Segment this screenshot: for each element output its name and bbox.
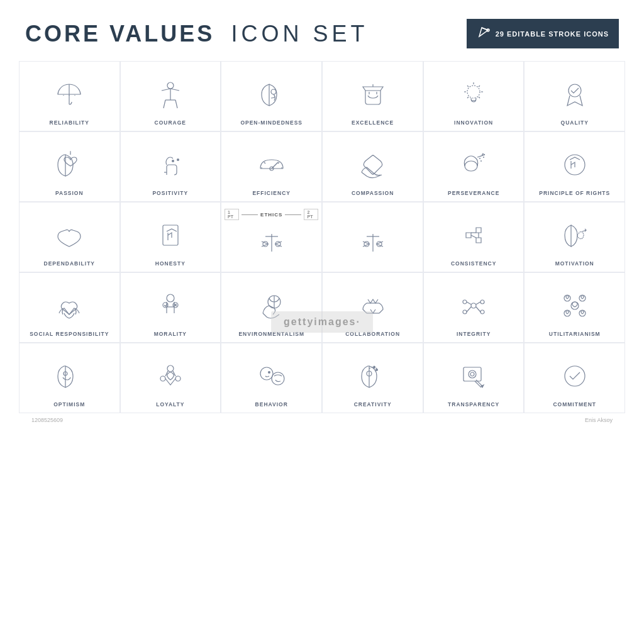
svg-line-25 — [264, 162, 265, 164]
courage-icon — [150, 74, 191, 114]
perseverance-label: PERSEVERANCE — [448, 190, 499, 196]
title-light: ICON SET — [231, 21, 368, 47]
icon-integrity: INTEGRITY — [423, 272, 525, 343]
open-mindedness-label: OPEN-MINDEDNESS — [240, 119, 303, 126]
collaboration-label: COLLABORATION — [345, 331, 400, 337]
optimism-label: OPTIMISM — [53, 401, 85, 408]
icon-open-mindedness: OPEN-MINDEDNESS — [221, 61, 322, 131]
transparency-label: TRANSPARENCY — [448, 401, 499, 408]
honesty-icon — [150, 215, 191, 255]
icon-commitment: COMMITMENT — [524, 343, 625, 413]
efficiency-icon — [252, 145, 292, 185]
environmentalism-icon — [252, 286, 292, 326]
svg-point-71 — [268, 371, 270, 374]
icon-courage: COURAGE — [120, 61, 221, 131]
photographer: Enis Aksoy — [585, 417, 613, 423]
principle-of-rights-icon — [555, 145, 595, 185]
icon-innovation: INNOVATION — [423, 61, 525, 131]
svg-line-19 — [467, 97, 469, 98]
page-title: CORE VALUES ICON SET — [25, 21, 368, 47]
icon-transparency: TRANSPARENCY — [423, 343, 525, 413]
consistency-label: CONSISTENCY — [451, 260, 496, 267]
reliability-label: RELIABILITY — [50, 119, 89, 126]
reliability-icon — [49, 74, 89, 114]
icon-consistency: CONSISTENCY — [423, 202, 525, 272]
svg-point-45 — [167, 294, 174, 302]
icon-positivity: POSITIVITY — [120, 131, 221, 202]
optimism-icon — [49, 356, 89, 396]
icon-ethics-thin: 1 PT ETHICS 2 PT — [221, 202, 322, 272]
creativity-icon — [353, 356, 393, 396]
svg-point-32 — [480, 160, 482, 162]
svg-line-57 — [467, 302, 471, 304]
excellence-label: EXCELLENCE — [352, 119, 394, 126]
dependability-icon — [49, 215, 89, 255]
svg-point-8 — [271, 89, 276, 94]
svg-point-29 — [465, 161, 477, 171]
svg-point-70 — [260, 367, 273, 380]
commitment-label: COMMITMENT — [553, 401, 596, 408]
loyalty-icon — [150, 356, 191, 396]
svg-point-56 — [480, 310, 484, 314]
ethics-thick-icon — [353, 221, 393, 262]
passion-label: PASSION — [55, 190, 84, 196]
transparency-icon — [453, 356, 494, 396]
morality-label: MORALITY — [154, 331, 187, 337]
icon-excellence: EXCELLENCE — [322, 61, 423, 131]
icon-collaboration: COLLABORATION — [322, 272, 423, 343]
svg-rect-36 — [163, 225, 178, 245]
stock-id: 1208525609 — [31, 417, 63, 423]
svg-point-72 — [272, 372, 284, 385]
icon-creativity: CREATIVITY — [322, 343, 423, 413]
badge: 29 EDITABLE STROKE ICONS — [467, 19, 619, 48]
svg-point-67 — [167, 365, 174, 372]
svg-point-68 — [160, 376, 165, 381]
consistency-icon — [453, 215, 494, 255]
icon-social-responsibility: SOCIAL RESPONSIBILITY — [19, 272, 120, 343]
icon-efficiency: EFFICIENCY — [221, 131, 322, 202]
quality-label: QUALITY — [561, 119, 589, 126]
dependability-label: DEPENDABILITY — [44, 260, 95, 267]
efficiency-label: EFFICIENCY — [252, 190, 291, 196]
svg-point-69 — [175, 376, 180, 381]
utilitarianism-label: UTILITARIANISM — [549, 331, 601, 337]
social-responsibility-label: SOCIAL RESPONSIBILITY — [30, 331, 109, 337]
title-bold: CORE VALUES — [25, 21, 214, 47]
icon-perseverance: PERSEVERANCE — [423, 131, 525, 202]
pen-icon — [477, 25, 491, 42]
honesty-label: HONESTY — [155, 260, 186, 267]
icon-behavior: BEHAVIOR — [221, 343, 322, 413]
integrity-label: INTEGRITY — [457, 331, 491, 337]
commitment-icon — [555, 356, 595, 396]
svg-point-80 — [470, 372, 474, 376]
svg-line-16 — [479, 86, 480, 87]
two-pt-badge: 2 PT — [304, 209, 318, 220]
svg-point-34 — [483, 157, 484, 158]
icon-morality: MORALITY — [120, 272, 221, 343]
compassion-icon — [353, 145, 393, 185]
svg-line-58 — [476, 302, 480, 304]
header: CORE VALUES ICON SET 29 EDITABLE STROKE … — [13, 13, 631, 55]
excellence-icon — [353, 74, 393, 114]
behavior-icon — [252, 356, 292, 396]
innovation-label: INNOVATION — [454, 119, 493, 126]
behavior-label: BEHAVIOR — [255, 401, 288, 408]
icon-compassion: COMPASSION — [322, 131, 423, 202]
icon-environmentalism: ENVIRONMENTALISM — [221, 272, 322, 343]
icons-grid: RELIABILITY COURAGE — [13, 61, 631, 413]
svg-point-79 — [469, 370, 476, 378]
svg-point-22 — [172, 160, 174, 162]
social-responsibility-icon — [49, 286, 89, 326]
environmentalism-label: ENVIRONMENTALISM — [238, 331, 304, 337]
page: CORE VALUES ICON SET 29 EDITABLE STROKE … — [0, 0, 644, 644]
icon-quality: QUALITY — [524, 61, 625, 131]
svg-line-18 — [479, 97, 480, 98]
perseverance-icon — [453, 145, 494, 185]
svg-line-59 — [467, 307, 471, 312]
svg-line-17 — [467, 86, 469, 87]
icon-utilitarianism: UTILITARIANISM — [524, 272, 625, 343]
icon-honesty: HONESTY — [120, 202, 221, 272]
icon-reliability: RELIABILITY — [19, 61, 120, 131]
ethics-icon — [252, 221, 292, 262]
ethics-pt-label: 1 PT ETHICS 2 PT — [225, 209, 318, 220]
